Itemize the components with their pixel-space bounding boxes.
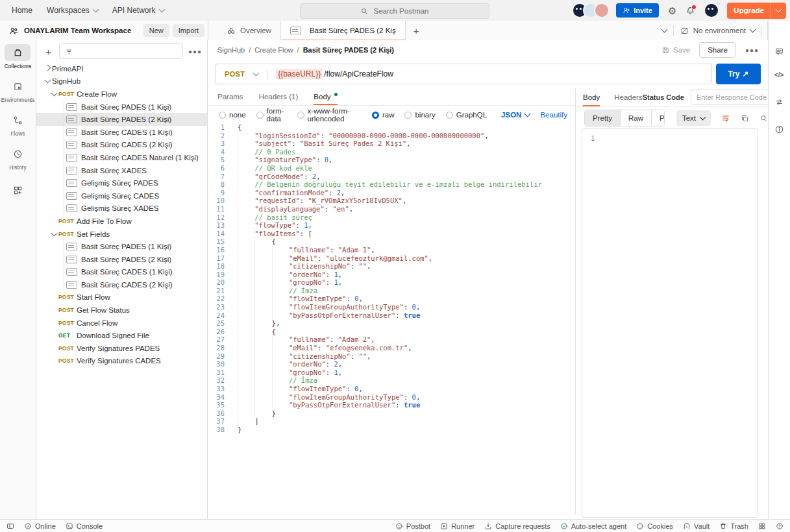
info-icon[interactable] <box>774 125 784 134</box>
statusbar-trash[interactable]: Trash <box>719 522 748 530</box>
global-search-input[interactable]: Search Postman <box>300 3 489 19</box>
documentation-comment-icon[interactable] <box>774 47 784 56</box>
body-mode-raw[interactable]: raw <box>372 111 395 119</box>
environment-selector[interactable]: No environment <box>680 27 755 35</box>
statusbar-postbot[interactable]: Postbot <box>395 522 430 530</box>
statusbar-cookies[interactable]: Cookies <box>636 522 673 530</box>
new-tab-button[interactable]: + <box>406 21 427 40</box>
body-mode-none[interactable]: none <box>219 111 246 119</box>
example-gelişmiş-süreç-xades[interactable]: Gelişmiş Süreç XADES <box>36 202 207 215</box>
breadcrumb-part[interactable]: Create Flow <box>254 46 293 54</box>
sidebar-filter-input[interactable] <box>59 43 183 59</box>
body-mode-binary[interactable]: binary <box>404 111 435 119</box>
collection-primeapi[interactable]: PrimeAPI <box>36 62 207 75</box>
body-mode-form-data[interactable]: form-data <box>256 107 287 123</box>
example-basit-süreç-pades-1-kişi-[interactable]: Basit Süreç PADES (1 Kişi) <box>36 101 207 114</box>
beautify-link[interactable]: Beautify <box>540 111 567 119</box>
example-basit-süreç-cades-naturel-1-kişi-[interactable]: Basit Süreç CADES Naturel (1 Kişi) <box>36 151 207 164</box>
request-get-flow-status[interactable]: POSTGet Flow Status <box>36 304 207 317</box>
notifications-bell-icon[interactable] <box>685 6 695 16</box>
request-create-flow[interactable]: POSTCreate Flow <box>36 88 207 101</box>
method-selector[interactable]: POST <box>216 70 267 78</box>
request-download-signed-file[interactable]: GETDownload Signed File <box>36 329 207 342</box>
nav-api-network[interactable]: API Network <box>112 6 164 15</box>
request-add-file-to-flow[interactable]: POSTAdd File To Flow <box>36 215 207 228</box>
response-view-pretty[interactable]: Pretty <box>585 110 621 126</box>
tab-active-request[interactable]: Basit Süreç PADES (2 Kiş <box>280 21 406 40</box>
example-basit-süreç-pades-2-kişi-[interactable]: Basit Süreç PADES (2 Kişi) <box>36 253 207 266</box>
rail-item-collections[interactable]: Collections <box>5 44 32 69</box>
team-avatar-3[interactable] <box>594 3 610 18</box>
request-body-editor[interactable]: 1234567891011121314151617181920212223242… <box>208 123 575 514</box>
rail-item-flows[interactable]: Flows <box>5 112 31 137</box>
related-requests-icon[interactable] <box>774 97 790 107</box>
request-tab-headers-1-[interactable]: Headers (1) <box>259 88 299 105</box>
json-code[interactable]: { "loginSessionId": "00000000-0000-0000-… <box>230 123 575 514</box>
example-basit-süreç-xades[interactable]: Basit Süreç XADES <box>36 164 207 177</box>
body-mode-x-www-form-urlencoded[interactable]: x-www-form-urlencoded <box>297 107 362 123</box>
request-tab-params[interactable]: Params <box>217 88 243 105</box>
statusbar-help[interactable] <box>776 522 784 530</box>
response-format-dropdown[interactable]: Text <box>676 110 711 126</box>
invite-button[interactable]: Invite <box>616 3 659 18</box>
request-verify-signatures-cades[interactable]: POSTVerify Signatures CADES <box>36 355 207 368</box>
response-tab-headers[interactable]: Headers <box>614 88 642 106</box>
statusbar-capture-requests[interactable]: Capture requests <box>484 522 550 530</box>
breadcrumb[interactable]: SignHub/Create Flow/Basit Süreç PADES (2… <box>217 46 394 54</box>
example-gelişmiş-süreç-pades[interactable]: Gelişmiş Süreç PADES <box>36 176 207 189</box>
tab-overview[interactable]: Overview <box>217 21 280 40</box>
request-start-flow[interactable]: POSTStart Flow <box>36 291 207 304</box>
response-view-preview[interactable]: Preview <box>652 110 665 126</box>
url-variable[interactable]: {{baseURL}} <box>276 69 323 79</box>
workspace-title[interactable]: ONAYLARIM Team Workspace <box>24 27 131 34</box>
upgrade-dropdown[interactable] <box>771 9 786 12</box>
try-button[interactable]: Try ↗ <box>716 64 761 84</box>
response-body-editor[interactable]: 1 <box>582 128 758 518</box>
request-verify-signatures-pades[interactable]: POSTVerify Signatures PADES <box>36 342 207 355</box>
example-gelişmiş-süreç-cades[interactable]: Gelişmiş Süreç CADES <box>36 189 207 202</box>
collection-signhub[interactable]: SignHub <box>36 75 207 88</box>
settings-gear-icon[interactable]: ⚙ <box>668 6 676 16</box>
rail-item-environments[interactable]: Environments <box>1 78 35 103</box>
example-basit-süreç-cades-2-kişi-[interactable]: Basit Süreç CADES (2 Kişi) <box>36 139 207 152</box>
copy-icon[interactable] <box>741 114 749 123</box>
import-button[interactable]: Import <box>173 24 204 37</box>
response-search-icon[interactable] <box>759 114 768 123</box>
nav-workspaces[interactable]: Workspaces <box>47 6 98 15</box>
example-basit-süreç-pades-1-kişi-[interactable]: Basit Süreç PADES (1 Kişi) <box>36 240 207 253</box>
response-tab-body[interactable]: Body <box>583 88 600 106</box>
wrap-lines-icon[interactable] <box>721 114 730 123</box>
statusbar-auto-select-agent[interactable]: Auto-select agent <box>560 522 627 530</box>
statusbar-console[interactable]: Console <box>66 522 103 530</box>
example-basit-süreç-cades-1-kişi-[interactable]: Basit Süreç CADES (1 Kişi) <box>36 126 207 139</box>
breadcrumb-part[interactable]: Basit Süreç PADES (2 Kişi) <box>303 46 394 54</box>
example-basit-süreç-cades-1-kişi-[interactable]: Basit Süreç CADES (1 Kişi) <box>36 266 207 279</box>
example-basit-süreç-cades-2-kişi-[interactable]: Basit Süreç CADES (2 Kişi) <box>36 278 207 291</box>
save-button[interactable]: Save <box>661 46 690 54</box>
request-cancel-flow[interactable]: POSTCancel Flow <box>36 317 207 330</box>
nav-home[interactable]: Home <box>12 6 32 15</box>
request-more-icon[interactable]: ●●● <box>745 47 759 54</box>
statusbar-vault[interactable]: Vault <box>683 522 710 530</box>
request-tab-body[interactable]: Body <box>314 88 337 105</box>
example-basit-süreç-pades-2-kişi-[interactable]: Basit Süreç PADES (2 Kişi) <box>36 113 207 126</box>
upgrade-button[interactable]: Upgrade <box>727 3 786 19</box>
user-avatar[interactable] <box>704 3 719 18</box>
body-language-dropdown[interactable]: JSON <box>501 111 530 119</box>
tab-overflow-chevron-icon[interactable] <box>661 27 667 33</box>
statusbar-layout[interactable] <box>6 522 14 530</box>
statusbar-grid[interactable] <box>758 522 766 530</box>
code-snippet-icon[interactable]: </> <box>774 71 784 79</box>
rail-configure-icon[interactable] <box>13 186 23 197</box>
new-button[interactable]: New <box>143 24 169 37</box>
add-collection-button[interactable]: + <box>43 46 54 57</box>
statusbar-runner[interactable]: Runner <box>440 522 475 530</box>
statusbar-online[interactable]: Online <box>24 522 56 530</box>
rail-item-history[interactable]: History <box>5 145 31 171</box>
share-button[interactable]: Share <box>699 42 736 58</box>
response-view-raw[interactable]: Raw <box>621 110 652 126</box>
request-set-fields[interactable]: POSTSet Fields <box>36 228 207 241</box>
url-bar[interactable]: POST {{baseURL}} /flow/ApiCreateFlow <box>215 64 712 84</box>
body-mode-GraphQL[interactable]: GraphQL <box>446 111 487 119</box>
sidebar-more-icon[interactable]: ●●● <box>188 48 202 55</box>
